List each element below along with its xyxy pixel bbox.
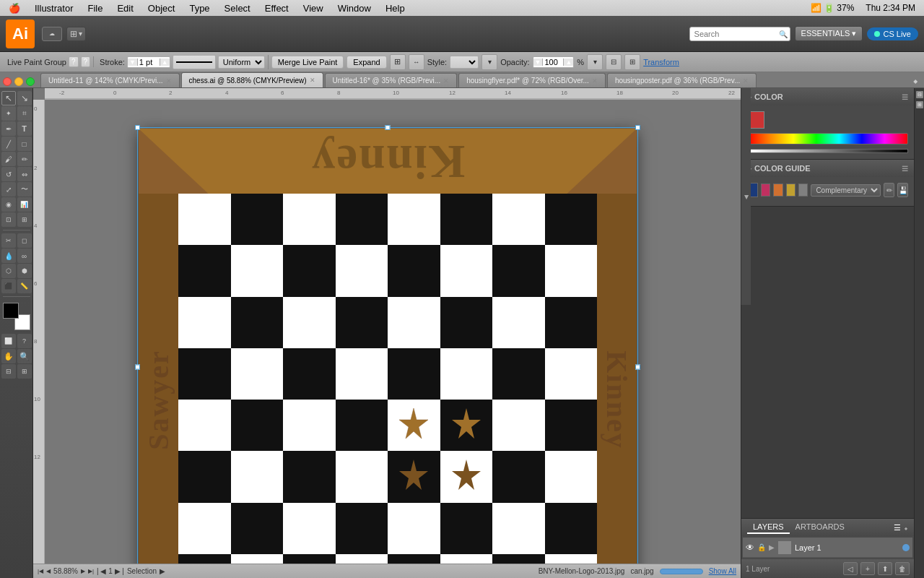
zoom-canvas-2[interactable]: ⊞ xyxy=(17,364,32,379)
menu-edit[interactable]: Edit xyxy=(114,1,136,15)
make-sublayer-btn[interactable]: ◁ xyxy=(843,562,858,575)
menu-help[interactable]: Help xyxy=(383,1,408,15)
symbol-sprayer-tool[interactable]: ⊡ xyxy=(1,212,16,227)
magic-wand-tool[interactable]: ✦ xyxy=(1,106,16,121)
menu-type[interactable]: Type xyxy=(186,1,212,15)
live-paint-bucket[interactable]: ⬡ xyxy=(1,264,16,278)
color-panel-header[interactable]: ▶ COLOR ☰ xyxy=(741,88,914,105)
layer-1-lock-icon[interactable]: 🔒 xyxy=(757,543,766,551)
selection-tool[interactable]: ↖ xyxy=(1,91,16,105)
guide-swatch-4[interactable] xyxy=(798,184,808,197)
zoom-canvas-1[interactable]: ⊟ xyxy=(1,364,16,379)
blend-tool[interactable]: ∞ xyxy=(17,249,32,263)
pencil-tool[interactable]: ✏ xyxy=(17,152,32,166)
canvas-area[interactable]: -2 0 2 4 6 8 10 12 14 16 18 20 22 0 xyxy=(33,88,741,578)
question-tool[interactable]: ? xyxy=(17,334,32,348)
rectangle-tool[interactable]: □ xyxy=(17,137,32,151)
close-button[interactable] xyxy=(3,77,12,86)
zoom-tool[interactable]: 🔍 xyxy=(17,349,32,363)
transform-button[interactable]: Transform xyxy=(643,58,679,66)
menu-window[interactable]: Window xyxy=(335,1,374,15)
question-icon-1[interactable]: ? xyxy=(69,56,79,67)
rotate-tool[interactable]: ↺ xyxy=(1,167,16,181)
apple-menu[interactable]: 🍎 xyxy=(6,1,23,15)
layer-1-expand-icon[interactable]: ▶ xyxy=(769,543,775,551)
column-graph-tool[interactable]: ⊞ xyxy=(17,212,32,227)
paintbrush-tool[interactable]: 🖌 xyxy=(1,152,16,166)
layer-1-visibility-icon[interactable]: 👁 xyxy=(746,543,754,553)
guide-swatch-1[interactable] xyxy=(761,184,770,197)
reflect-tool[interactable]: ⇔ xyxy=(17,167,32,181)
style-options-icon[interactable]: ▾ xyxy=(481,54,497,70)
eyedropper-tool[interactable]: 💧 xyxy=(1,249,16,263)
line-tool[interactable]: ╱ xyxy=(1,137,16,151)
graph-tool[interactable]: 📊 xyxy=(17,197,32,212)
page-last-btn[interactable]: ▶| xyxy=(88,568,94,574)
layers-tab[interactable]: LAYERS xyxy=(747,521,790,534)
live-paint-selection[interactable]: ⬢ xyxy=(17,264,32,278)
guide-swatch-3[interactable] xyxy=(786,184,796,197)
color-guide-menu[interactable]: ☰ xyxy=(902,165,908,173)
harmony-select[interactable]: Complementary Analogous Triadic xyxy=(811,184,881,197)
grid-icon[interactable]: ⊞ xyxy=(390,54,406,70)
guide-save-btn[interactable]: 💾 xyxy=(897,183,908,197)
selection-arrow[interactable]: ▶ xyxy=(160,567,165,575)
tab-untitled16[interactable]: Untitled-16* @ 35% (RGB/Previ... ✕ xyxy=(325,73,458,87)
scale-tool[interactable]: ⤢ xyxy=(1,182,16,197)
guide-swatch-2[interactable] xyxy=(773,184,783,197)
layout-icon[interactable]: ⊞ xyxy=(70,29,77,39)
tab-housingflyer[interactable]: housingflyer.pdf* @ 72% (RGB/Over... ✕ xyxy=(458,73,606,87)
lasso-tool[interactable]: ⌗ xyxy=(17,106,32,121)
panels-collapse-bar[interactable]: ▶ xyxy=(741,88,751,305)
layers-expand-btn[interactable]: ⬥ xyxy=(904,524,908,532)
artboard-tool[interactable]: ⬛ xyxy=(1,279,16,293)
tab-untitled16-close[interactable]: ✕ xyxy=(443,77,449,85)
menu-effect[interactable]: Effect xyxy=(262,1,292,15)
menu-illustrator[interactable]: Illustrator xyxy=(32,1,76,15)
workspace[interactable]: Kinney Sawyer Kinney xyxy=(45,100,741,564)
show-all-link[interactable]: Show All xyxy=(709,567,736,575)
expand-button[interactable]: Expand xyxy=(346,56,386,69)
direct-selection-tool[interactable]: ↘ xyxy=(17,91,32,105)
cs-live-button[interactable]: CS Live xyxy=(867,27,918,40)
tab-housingposter[interactable]: housingposter.pdf @ 36% (RGB/Prev... ✕ xyxy=(607,73,757,87)
foreground-color-box[interactable] xyxy=(3,303,19,319)
layer-1-item[interactable]: 👁 🔒 ▶ Layer 1 xyxy=(743,538,912,558)
type-tool[interactable]: T xyxy=(17,121,32,136)
tab-housingflyer-close[interactable]: ✕ xyxy=(592,77,598,85)
transform-icon[interactable]: ⊞ xyxy=(624,54,640,70)
workspace-button[interactable]: ESSENTIALS ▾ xyxy=(795,26,863,41)
page-next-btn[interactable]: ▶ xyxy=(81,568,85,574)
create-layer-btn[interactable]: + xyxy=(860,562,875,575)
minimize-button[interactable] xyxy=(14,77,23,86)
tab-housingposter-close[interactable]: ✕ xyxy=(743,77,749,85)
panels-toggle-icon[interactable]: ⬥ xyxy=(910,74,921,86)
color-guide-header[interactable]: ▶ COLOR GUIDE ☰ xyxy=(741,160,914,177)
free-transform-tool[interactable]: ◉ xyxy=(1,197,16,212)
tab-untitled11[interactable]: Untitled-11 @ 142% (CMYK/Previ... ✕ xyxy=(40,73,180,87)
hand-tool[interactable]: ✋ xyxy=(1,349,16,363)
stroke-down-btn[interactable]: ▼ xyxy=(128,59,138,66)
resize-icon[interactable]: ↔ xyxy=(409,54,424,70)
opacity-options-btn[interactable]: ▾ xyxy=(587,54,603,70)
search-input[interactable] xyxy=(689,27,790,41)
slice-tool[interactable]: ✂ xyxy=(1,233,16,248)
guide-edit-btn[interactable]: ✏ xyxy=(884,183,894,197)
opacity-value-input[interactable] xyxy=(543,57,563,67)
move-to-new-layer-btn[interactable]: ⬆ xyxy=(878,562,892,575)
menu-view[interactable]: View xyxy=(300,1,326,15)
cloud-icon[interactable]: ☁ xyxy=(42,27,62,41)
eraser-tool[interactable]: ◻ xyxy=(17,233,32,248)
question-icon-2[interactable]: ? xyxy=(81,56,91,67)
menu-object[interactable]: Object xyxy=(145,1,178,15)
pen-tool[interactable]: ✒ xyxy=(1,121,16,136)
merge-live-paint-button[interactable]: Merge Live Paint xyxy=(271,56,344,69)
layout-dropdown[interactable]: ▾ xyxy=(79,30,82,38)
page-first-btn[interactable]: |◀ xyxy=(38,568,43,574)
tab-chess-close[interactable]: ✕ xyxy=(310,77,315,84)
strip-icon-2[interactable]: ⊞ xyxy=(916,101,923,108)
stroke-value-input[interactable] xyxy=(138,57,160,67)
strip-icon-1[interactable]: ⊟ xyxy=(916,91,923,98)
stroke-type-select[interactable]: Uniform xyxy=(218,56,265,69)
align-icon[interactable]: ⊟ xyxy=(606,54,622,70)
